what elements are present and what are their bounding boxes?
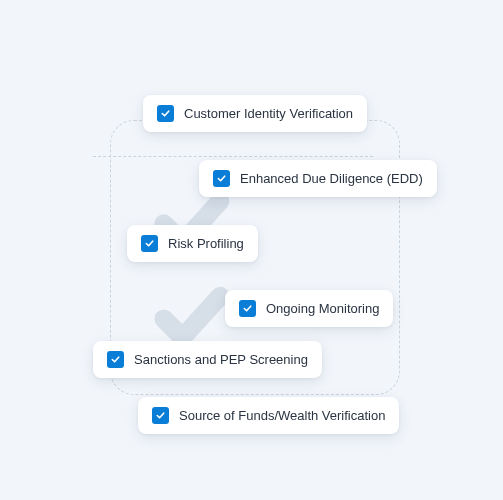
dashed-panel-divider <box>93 156 373 157</box>
chip-label: Ongoing Monitoring <box>266 301 379 316</box>
chip-label: Risk Profiling <box>168 236 244 251</box>
chip-risk-profiling: Risk Profiling <box>127 225 258 262</box>
chip-label: Enhanced Due Diligence (EDD) <box>240 171 423 186</box>
chip-ongoing-monitoring: Ongoing Monitoring <box>225 290 393 327</box>
checkbox-checked-icon <box>152 407 169 424</box>
chip-sanctions-pep-screening: Sanctions and PEP Screening <box>93 341 322 378</box>
chip-enhanced-due-diligence: Enhanced Due Diligence (EDD) <box>199 160 437 197</box>
chip-label: Source of Funds/Wealth Verification <box>179 408 385 423</box>
checkbox-checked-icon <box>213 170 230 187</box>
chip-source-of-funds: Source of Funds/Wealth Verification <box>138 397 399 434</box>
chip-label: Customer Identity Verification <box>184 106 353 121</box>
checkbox-checked-icon <box>107 351 124 368</box>
checkbox-checked-icon <box>157 105 174 122</box>
checkbox-checked-icon <box>239 300 256 317</box>
checkbox-checked-icon <box>141 235 158 252</box>
chip-customer-identity-verification: Customer Identity Verification <box>143 95 367 132</box>
chip-label: Sanctions and PEP Screening <box>134 352 308 367</box>
